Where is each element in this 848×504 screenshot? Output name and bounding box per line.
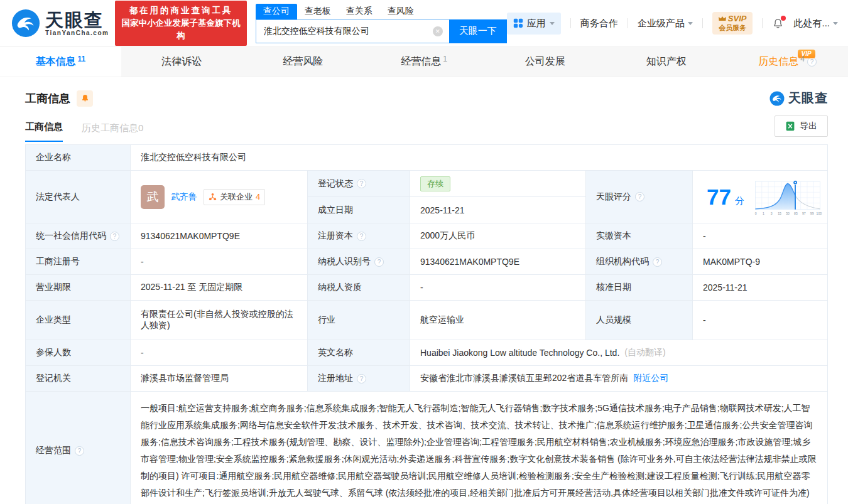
company-type-label: 企业类型 — [26, 301, 131, 340]
svip-label: SVIP — [728, 14, 747, 23]
reg-capital-value: 2000万人民币 — [410, 223, 586, 249]
tab-basic-info[interactable]: 基本信息 11 — [0, 47, 121, 77]
tab-history-info[interactable]: VIP 历史信息 4 — [727, 47, 848, 77]
reg-status-value: 存续 — [410, 171, 586, 197]
help-icon[interactable] — [357, 374, 366, 383]
industry-label: 行业 — [308, 301, 410, 340]
menu-enterprise-products[interactable]: 企业级产品 — [638, 18, 693, 29]
chevron-down-icon — [688, 22, 693, 28]
company-type-value: 有限责任公司(非自然人投资或控股的法人独资) — [131, 301, 308, 340]
insured-count-label: 参保人数 — [26, 340, 131, 366]
help-icon[interactable] — [653, 257, 662, 267]
svg-text:99: 99 — [810, 212, 814, 215]
tab-company-development[interactable]: 公司发展 — [484, 47, 606, 77]
score-value: 77分 0 1 — [693, 171, 827, 223]
related-companies-badge[interactable]: 关联企业 4 — [204, 189, 265, 205]
svg-text:0: 0 — [755, 212, 757, 215]
help-icon[interactable] — [75, 446, 84, 456]
subscribe-bell-button[interactable] — [77, 90, 93, 107]
svg-text:100: 100 — [817, 212, 822, 215]
est-date-value: 2025-11-21 — [410, 197, 586, 223]
business-info-table: 企业名称 淮北交控低空科技有限公司 法定代表人 武 武齐鲁 关联企业 4 登记状… — [25, 144, 828, 504]
help-icon[interactable] — [357, 232, 366, 241]
apps-menu-button[interactable]: 应用 — [507, 13, 561, 35]
reg-number-label: 工商注册号 — [26, 249, 131, 275]
search-input[interactable] — [256, 19, 449, 43]
user-menu[interactable]: 此处有... — [793, 18, 838, 29]
promo-line2: 国家中小企业发展子基金旗下机构 — [121, 17, 240, 42]
credit-code-label: 统一社会信用代码 — [26, 223, 131, 249]
paid-capital-label: 实缴资本 — [586, 223, 693, 249]
reg-capital-label: 注册资本 — [308, 223, 410, 249]
relation-graph-icon — [209, 193, 217, 201]
reg-status-label: 登记状态 — [308, 171, 410, 197]
address-label: 注册地址 — [308, 366, 410, 392]
score-curve-chart: 0 1 3 15 50 85 97 99 100 — [753, 175, 822, 219]
notification-dot — [781, 16, 786, 21]
subtab-history-business-info[interactable]: 历史工商信息0 — [82, 122, 143, 142]
business-term-label: 营业期限 — [26, 275, 131, 301]
tab-operation-risk[interactable]: 经营风险 — [242, 47, 364, 77]
taxpayer-id-label: 纳税人识别号 — [308, 249, 410, 275]
chevron-down-icon — [550, 22, 555, 28]
legal-rep-name-link[interactable]: 武齐鲁 — [171, 191, 197, 203]
staff-size-value: - — [693, 301, 827, 340]
legal-rep-avatar[interactable]: 武 — [141, 185, 165, 209]
credit-code-value: 91340621MAK0MPTQ9E — [131, 223, 308, 249]
taxpayer-quality-label: 纳税人资质 — [308, 275, 410, 301]
subtab-business-info[interactable]: 工商信息 — [25, 121, 63, 142]
tab-operation-info[interactable]: 经营信息 1 — [364, 47, 485, 77]
english-name-label: 英文名称 — [308, 340, 410, 366]
subtab-row: 工商信息 历史工商信息0 导出 — [25, 114, 828, 142]
excel-icon — [785, 121, 795, 131]
score-number: 77 — [707, 186, 731, 208]
auto-translate-note: (自动翻译) — [624, 347, 665, 358]
clear-search-icon[interactable] — [433, 26, 443, 36]
related-count: 4 — [256, 192, 260, 201]
chevron-down-icon — [833, 22, 838, 28]
svg-text:97: 97 — [802, 212, 806, 215]
org-code-value: MAK0MPTQ-9 — [693, 249, 827, 275]
taxpayer-id-value: 91340621MAK0MPTQ9E — [410, 249, 586, 275]
legal-rep-label: 法定代表人 — [26, 171, 131, 223]
tab-legal-litigation[interactable]: 法律诉讼 — [121, 47, 242, 77]
help-icon[interactable] — [807, 57, 817, 67]
svip-membership-button[interactable]: SVIP 会员服务 — [712, 12, 753, 35]
help-icon[interactable] — [357, 179, 366, 188]
divider — [628, 18, 628, 28]
search-tab-risk[interactable]: 查风险 — [380, 4, 421, 19]
logo-subtitle: TianYanCha.com — [45, 29, 109, 36]
search-tab-relation[interactable]: 查关系 — [339, 4, 380, 19]
user-menu-label: 此处有... — [793, 18, 830, 29]
svg-text:15: 15 — [778, 212, 781, 215]
membership-label: 会员服务 — [719, 23, 747, 33]
approval-date-label: 核准日期 — [586, 275, 693, 301]
legal-rep-value: 武 武齐鲁 关联企业 4 — [131, 171, 308, 223]
top-header: 天眼查 TianYanCha.com 都在用的商业查询工具 国家中小企业发展子基… — [0, 0, 848, 47]
export-button[interactable]: 导出 — [775, 115, 828, 137]
help-icon[interactable] — [635, 192, 644, 201]
tab-count: 1 — [443, 55, 447, 63]
business-scope-value: 一般项目:航空运营支持服务;航空商务服务;信息系统集成服务;智能无人飞行器制造;… — [131, 392, 827, 504]
help-icon[interactable] — [374, 257, 384, 267]
main-content: 工商信息 天眼查 工商信息 历史工商信息0 导出 企业名称 淮北 — [0, 90, 848, 504]
search-button[interactable]: 天眼一下 — [449, 19, 507, 43]
status-badge: 存续 — [420, 176, 450, 191]
paid-capital-value: - — [693, 223, 827, 249]
insured-count-value: - — [131, 340, 308, 366]
header-menu: 应用 商务合作 企业级产品 SVIP 会员服务 — [507, 12, 838, 35]
search-tab-company[interactable]: 查公司 — [256, 4, 297, 19]
org-code-label: 组织机构代码 — [586, 249, 693, 275]
nearby-companies-link[interactable]: 附近公司 — [633, 373, 668, 384]
menu-business-cooperation[interactable]: 商务合作 — [580, 18, 618, 29]
svg-text:3: 3 — [771, 212, 773, 215]
tab-intellectual-property[interactable]: 知识产权 — [606, 47, 727, 77]
company-name-label: 企业名称 — [26, 145, 131, 171]
bell-icon — [80, 94, 90, 103]
notifications-button[interactable] — [772, 18, 784, 29]
search-tab-boss[interactable]: 查老板 — [297, 4, 339, 19]
help-icon[interactable] — [110, 232, 119, 241]
apps-label: 应用 — [527, 18, 546, 29]
tianyancha-logo[interactable]: 天眼查 TianYanCha.com — [11, 9, 109, 38]
company-nav-tabs: 基本信息 11 法律诉讼 经营风险 经营信息 1 公司发展 知识产权 VIP 历… — [0, 47, 848, 77]
